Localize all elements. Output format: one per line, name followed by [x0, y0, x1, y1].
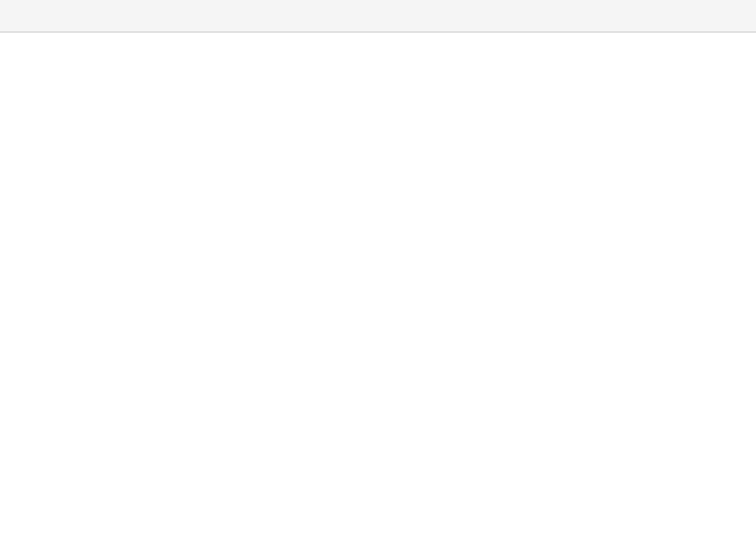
- connectors-svg: [0, 32, 756, 65]
- chart-area: CFO 财务管理部 会计核算部 财务分析 预算投资 税务筹划与风险控制 资金专员…: [0, 32, 756, 65]
- top-bar: [0, 0, 756, 32]
